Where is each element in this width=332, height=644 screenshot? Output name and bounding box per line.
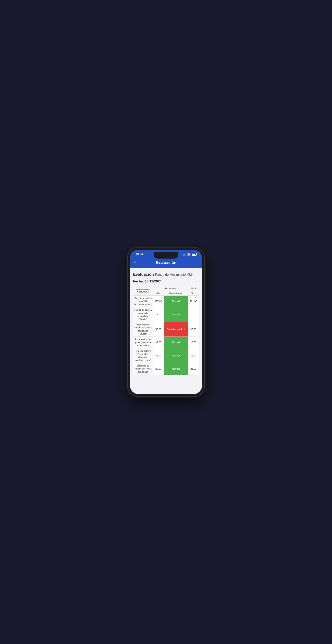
cell-valor-nodom-5: 25.00 bbox=[188, 363, 199, 375]
cell-movement-0: Flexión de cadera con rodilla flexionada… bbox=[133, 296, 153, 307]
col-header-movimiento: MOVIMIENTO ARTICULAR bbox=[133, 286, 153, 296]
cell-categorizacion-5: Normal bbox=[164, 363, 188, 375]
cell-valor-nodom-2: 43.00 bbox=[188, 322, 199, 337]
cell-movement-3: Rotación interna (gluteo, tensor de la f… bbox=[133, 337, 153, 348]
cell-valor-dom-2: 56.00 bbox=[153, 322, 164, 337]
col-sub-valor: Valor bbox=[153, 291, 164, 296]
cell-categorizacion-4: Normal bbox=[164, 348, 188, 363]
col-header-no-dominante: No d bbox=[188, 286, 199, 291]
notch bbox=[154, 252, 178, 258]
status-time: 15:46 bbox=[135, 253, 143, 256]
table-row: Rotación interna (gluteo, tensor de la f… bbox=[133, 337, 199, 348]
cell-categorizacion-1: Normal bbox=[164, 307, 188, 322]
cell-movement-1: Flexión de cadera con rodilla extendida … bbox=[133, 307, 153, 322]
nav-title: Evaluación bbox=[140, 260, 192, 265]
back-button[interactable]: < bbox=[134, 260, 140, 265]
table-row: Abducción de cadera con rodilla flexiona… bbox=[133, 322, 199, 337]
cell-valor-dom-5: 20.00 bbox=[153, 363, 164, 375]
col-sub-categorizacion: Categorización bbox=[164, 291, 188, 296]
battery-icon bbox=[192, 253, 197, 256]
cell-valor-dom-1: 77.00 bbox=[153, 307, 164, 322]
cell-categorizacion-2: Cortedad grado II bbox=[164, 322, 188, 337]
col-sub-valor2: Valor bbox=[188, 291, 199, 296]
content-area: Evaluación Rango de Movimiento MMII Fech… bbox=[130, 268, 202, 379]
cell-valor-nodom-4: 42.00 bbox=[188, 348, 199, 363]
signal-icon bbox=[183, 253, 186, 256]
cell-categorizacion-0: Normal bbox=[164, 296, 188, 307]
cell-valor-nodom-3: 28.00 bbox=[188, 337, 199, 348]
table-row: Flexión de cadera con rodilla extendida … bbox=[133, 307, 199, 322]
phone-inner: 15:46 📶 < Evaluación Evaluación Rango de… bbox=[130, 250, 202, 394]
cell-movement-2: Abducción de cadera con rodilla flexiona… bbox=[133, 322, 153, 337]
evaluation-table: MOVIMIENTO ARTICULAR Dominante No d Valo… bbox=[133, 286, 199, 375]
date-label: Fecha: 18/12/2024 bbox=[133, 280, 199, 284]
phone-frame: 15:46 📶 < Evaluación Evaluación Rango de… bbox=[128, 248, 204, 396]
wifi-icon: 📶 bbox=[187, 253, 190, 256]
status-icons: 📶 bbox=[183, 253, 197, 256]
cell-valor-dom-4: 41.00 bbox=[153, 348, 164, 363]
page-title: Evaluación Rango de Movimiento MMII bbox=[133, 272, 199, 277]
cell-categorizacion-3: Normal bbox=[164, 337, 188, 348]
cell-movement-5: Extensión de cadera con rodilla flexiona… bbox=[133, 363, 153, 375]
cell-valor-dom-0: 127.00 bbox=[153, 296, 164, 307]
cell-valor-nodom-1: 79.00 bbox=[188, 307, 199, 322]
cell-movement-4: Rotación externa (piramidal, obturador, … bbox=[133, 348, 153, 363]
cell-valor-nodom-0: 122.00 bbox=[188, 296, 199, 307]
table-row: Rotación externa (piramidal, obturador, … bbox=[133, 348, 199, 363]
cell-valor-dom-3: 33.00 bbox=[153, 337, 164, 348]
nav-bar: < Evaluación bbox=[130, 258, 202, 268]
table-row: Extensión de cadera con rodilla flexiona… bbox=[133, 363, 199, 375]
col-header-dominante: Dominante bbox=[153, 286, 188, 291]
table-row: Flexión de cadera con rodilla flexionada… bbox=[133, 296, 199, 307]
